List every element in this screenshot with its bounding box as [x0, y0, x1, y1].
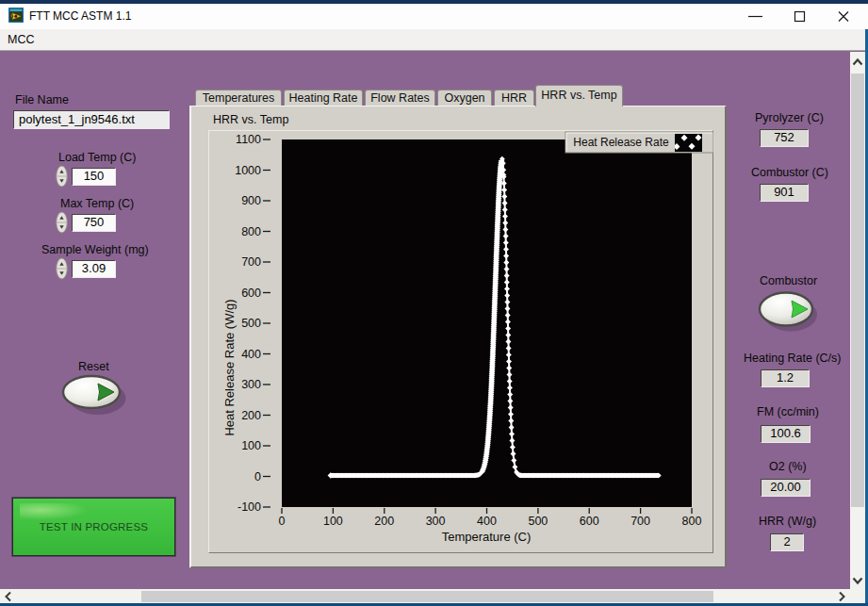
svg-text:Heat Release Rate: Heat Release Rate: [573, 136, 669, 149]
svg-text:700: 700: [631, 515, 650, 528]
svg-text:200: 200: [374, 515, 394, 528]
svg-text:800: 800: [241, 225, 261, 238]
svg-text:Temperature (C): Temperature (C): [442, 530, 532, 544]
svg-text:0: 0: [279, 515, 286, 528]
svg-text:500: 500: [241, 317, 261, 330]
svg-text:700: 700: [241, 255, 261, 269]
svg-text:500: 500: [528, 515, 548, 528]
svg-text:100: 100: [323, 515, 343, 528]
svg-text:Heat Release Rate (W/g): Heat Release Rate (W/g): [222, 299, 237, 435]
svg-text:400: 400: [477, 515, 497, 528]
svg-text:400: 400: [241, 348, 261, 361]
svg-text:900: 900: [241, 194, 261, 207]
svg-text:-100: -100: [237, 500, 261, 514]
svg-text:600: 600: [241, 287, 261, 300]
svg-text:1100: 1100: [236, 133, 261, 146]
svg-text:800: 800: [682, 515, 702, 528]
svg-text:200: 200: [241, 409, 261, 422]
svg-text:0: 0: [254, 470, 261, 483]
svg-text:600: 600: [580, 515, 599, 528]
svg-text:300: 300: [426, 515, 446, 528]
svg-text:100: 100: [241, 439, 261, 452]
svg-text:1000: 1000: [235, 164, 261, 177]
svg-text:300: 300: [241, 378, 261, 391]
